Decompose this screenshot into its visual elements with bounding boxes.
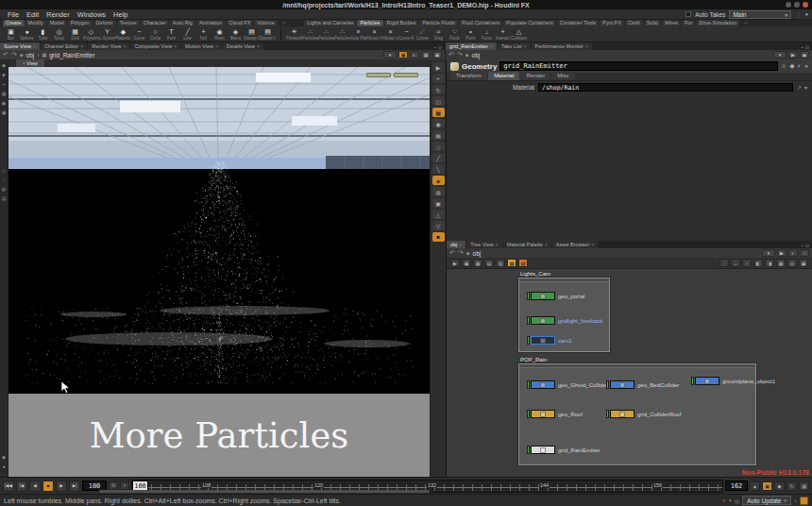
node-flag[interactable] — [527, 380, 530, 389]
transport-button[interactable]: ◀ — [29, 481, 41, 492]
pane-tab[interactable]: obj × — [447, 241, 465, 248]
shelf-tool[interactable]: × Attract fro... — [366, 28, 382, 41]
viewport-tool-icon[interactable]: ◇ — [432, 142, 445, 151]
breadcrumb-root[interactable]: obj — [472, 52, 481, 59]
timeline-scrollbar[interactable] — [99, 490, 430, 493]
shelf-tab[interactable]: Fur — [682, 20, 695, 26]
viewport-path-icon[interactable]: ▣ — [398, 51, 408, 59]
network-tool-icon[interactable]: ◧ — [753, 259, 763, 267]
material-path-field[interactable]: /shop/Rain — [538, 83, 793, 92]
shelf-tool[interactable]: ◉ Rivet — [211, 28, 228, 41]
network-node[interactable]: cam1 — [527, 335, 572, 346]
network-path-icon[interactable]: ◐ — [788, 249, 798, 257]
network-tool-icon[interactable]: ▣ — [799, 259, 808, 267]
network-tool-icon[interactable]: ↔ — [731, 259, 740, 267]
node-flag[interactable] — [691, 377, 694, 385]
network-tool-icon[interactable]: ▣ — [462, 259, 471, 267]
left-tool-icon[interactable]: ▣ — [2, 110, 7, 115]
left-tool-icon[interactable]: ◈ — [2, 73, 6, 77]
network-tool-icon[interactable]: ▩ — [507, 259, 516, 267]
shelf-tool[interactable]: ∴ Particles fr... — [334, 28, 350, 41]
left-tool-icon[interactable]: △ — [2, 168, 6, 173]
network-tool-icon[interactable]: ▦ — [776, 259, 786, 267]
close-tab-icon[interactable]: × — [124, 42, 127, 50]
viewport-tool-icon[interactable]: ▣ — [432, 198, 445, 208]
node-body[interactable] — [695, 377, 719, 385]
shelf-tool[interactable]: ≈ Drag — [431, 28, 447, 41]
shelf-tab[interactable]: Fluid Containers — [459, 20, 502, 26]
node-body[interactable] — [531, 410, 555, 418]
node-body[interactable] — [531, 446, 555, 454]
left-tool-icon[interactable]: ◉ — [2, 101, 6, 106]
node-flag[interactable] — [527, 410, 530, 418]
close-tab-icon[interactable]: × — [80, 42, 83, 50]
viewport-tool-icon[interactable]: ╱ — [432, 153, 445, 162]
maximize-icon[interactable] — [794, 2, 800, 8]
shelf-tab[interactable]: Drive Simulation — [696, 20, 739, 26]
left-tool-icon[interactable]: ◆ — [2, 455, 6, 460]
pin-icon[interactable]: ◆ — [466, 250, 470, 256]
shelf-tab[interactable]: Particle Fluids — [419, 20, 458, 26]
status-icon[interactable]: ◎ — [735, 498, 739, 504]
end-frame-field[interactable]: 162 — [725, 481, 748, 491]
title-bar[interactable]: /mnt/hq/projects/tarl/Work/H13_Intro/H13… — [0, 0, 812, 9]
shelf-tool[interactable]: ● Sphere — [19, 28, 35, 41]
pane-tab[interactable]: Tree View × — [466, 241, 501, 248]
parameter-tab[interactable]: Misc — [551, 72, 574, 80]
viewport-tool-icon[interactable]: ◈ — [432, 176, 445, 185]
menu-item[interactable]: Help — [110, 10, 131, 19]
transport-button[interactable]: ▶ — [56, 481, 67, 492]
spinner-icon[interactable]: ⋮ — [795, 11, 801, 18]
network-node[interactable]: grid_ColliderRoof — [606, 409, 681, 419]
viewport-camera-button[interactable] — [366, 73, 391, 77]
viewport-tool-icon[interactable]: ◱ — [432, 96, 445, 106]
status-icon[interactable]: ● — [722, 498, 726, 504]
back-icon[interactable]: ↶ — [449, 249, 455, 257]
left-tool-icon[interactable]: ○ — [2, 177, 5, 182]
left-tool-icon[interactable]: ◆ — [2, 63, 6, 68]
close-tab-icon[interactable]: × — [490, 42, 493, 50]
pin-icon[interactable]: ◆ — [20, 52, 24, 58]
viewport-path-icon[interactable]: ▣ — [432, 51, 442, 59]
network-node[interactable]: geo_portal — [527, 291, 584, 301]
node-body[interactable] — [610, 380, 634, 389]
close-tab-icon[interactable]: × — [215, 42, 218, 50]
back-icon[interactable]: ↶ — [448, 51, 454, 59]
pane-tab[interactable]: Performance Monitor × — [532, 42, 592, 50]
close-tab-icon[interactable]: × — [33, 42, 36, 50]
params-path-icon[interactable]: ▾ — [773, 51, 787, 59]
viewport-tool-icon[interactable]: ▤ — [432, 130, 445, 140]
shelf-tab[interactable]: Model — [47, 20, 67, 26]
viewport-tool-icon[interactable]: ■ — [432, 232, 445, 242]
playbar-mini-button[interactable]: × — [120, 481, 129, 490]
material-field-icon[interactable]: ↗ — [797, 84, 802, 91]
params-path-icon[interactable]: ▶ — [788, 51, 798, 59]
network-path-icon[interactable]: ▶ — [777, 249, 787, 257]
shelf-tool[interactable]: ╱ Line — [179, 28, 195, 41]
viewport-tool-icon[interactable]: + — [432, 74, 445, 83]
node-flag[interactable] — [606, 380, 609, 389]
shelf-tab[interactable]: Animation — [196, 20, 225, 26]
close-tab-icon[interactable]: × — [545, 241, 548, 248]
pane-tab[interactable]: Motion View × — [181, 42, 222, 50]
network-tool-icon[interactable]: ◨ — [765, 259, 774, 267]
shelf-tool[interactable]: • Point — [463, 28, 479, 41]
shelf-tab[interactable]: Volume — [254, 20, 277, 26]
node-body[interactable] — [531, 292, 555, 300]
pane-tab[interactable]: Composite View × — [131, 42, 181, 50]
network-node[interactable]: geo_Ghost_Collider — [527, 380, 608, 390]
viewport-camera-button[interactable] — [394, 73, 418, 77]
viewport-tool-icon[interactable]: ◉ — [432, 119, 445, 128]
shelf-tool[interactable]: × Attract to... — [382, 28, 398, 41]
playbar-option-icon[interactable]: ◆ — [774, 481, 785, 491]
transport-button[interactable]: ▶| — [69, 481, 80, 492]
auto-takes-checkbox[interactable] — [685, 11, 691, 17]
pane-tab[interactable]: Scene View × — [0, 42, 40, 50]
node-flag[interactable] — [527, 336, 530, 345]
viewport-tool-icon[interactable]: ▦ — [432, 108, 445, 117]
close-tab-icon[interactable]: × — [174, 42, 177, 50]
left-tool-icon[interactable]: ▦ — [2, 92, 7, 96]
scene-viewport[interactable]: ◂ View — [8, 59, 430, 477]
shelf-tool[interactable]: ☄ Comet — [414, 28, 431, 41]
network-tool-icon[interactable]: ↕ — [742, 259, 752, 267]
